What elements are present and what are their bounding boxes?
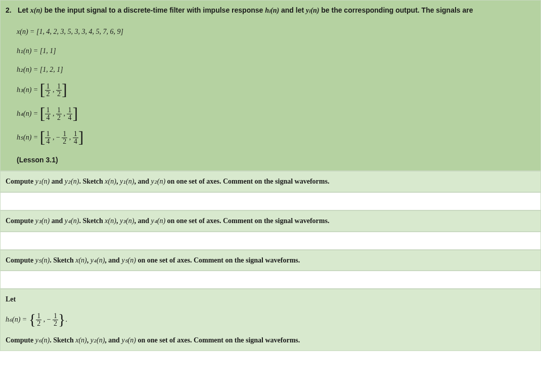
close-bracket-icon: ] xyxy=(62,80,67,99)
intro-text-3: and let xyxy=(279,6,306,14)
lesson-ref: (Lesson 3.1) xyxy=(17,154,535,166)
h4-frac-1: 14 xyxy=(45,107,51,121)
eq-h4: h₄(n) = [14 , 12 , 14] xyxy=(17,107,535,121)
eq-h2: h₂(n) = [1, 2, 1] xyxy=(17,64,535,76)
eq-h6: h₆(n) = {12 , − 12}. xyxy=(6,313,535,327)
task-row-d: Let h₆(n) = {12 , − 12}. Compute y₆(n). … xyxy=(0,289,541,351)
hin-symbol: hᵢ(n) xyxy=(265,7,279,14)
let-label: Let xyxy=(6,293,535,306)
h3-frac-2: 12 xyxy=(56,83,62,98)
eq-h1: h₁(n) = [1, 1] xyxy=(17,45,535,57)
h4-frac-2: 12 xyxy=(56,107,62,121)
answer-row-b[interactable] xyxy=(0,232,541,250)
open-bracket-icon: [ xyxy=(40,128,46,146)
open-bracket-icon: [ xyxy=(40,104,46,122)
h3-frac-1: 12 xyxy=(45,83,51,98)
open-bracket-icon: [ xyxy=(40,80,46,99)
eq-xn: x(n) = [1, 4, 2, 3, 5, 3, 3, 4, 5, 7, 6,… xyxy=(17,26,535,38)
close-bracket-icon: ] xyxy=(72,104,78,122)
h5-frac-3: 14 xyxy=(73,130,78,145)
intro-text-2: be the input signal to a discrete-time f… xyxy=(42,6,265,14)
h6-lhs: h₆(n) = xyxy=(6,316,29,323)
h6-frac-1: 12 xyxy=(36,313,41,327)
close-brace-icon: } xyxy=(58,311,65,327)
h3-lhs: h₃(n) = xyxy=(17,86,40,94)
task-row-a: Compute y₁(n) and y₂(n). Sketch x(n), y₁… xyxy=(0,171,541,192)
h6-frac-2: 12 xyxy=(53,313,58,327)
yin-symbol: yᵢ(n) xyxy=(306,7,319,14)
eq-h3: h₃(n) = [12 , 12] xyxy=(17,83,535,98)
h5-frac-1: 14 xyxy=(45,130,51,145)
xn-symbol: x(n) xyxy=(30,7,42,14)
task-row-c: Compute y₅(n). Sketch x(n), y₄(n), and y… xyxy=(0,250,541,271)
task-row-b: Compute y₃(n) and y₄(n). Sketch x(n), y₃… xyxy=(0,210,541,232)
intro-text-1: Let xyxy=(18,6,30,14)
answer-row-c[interactable] xyxy=(0,271,541,289)
h4-frac-3: 14 xyxy=(67,107,72,121)
problem-number: 2. xyxy=(6,5,16,17)
problem-header-cell: 2. Let x(n) be the input signal to a dis… xyxy=(0,0,541,171)
intro-text-4: be the corresponding output. The signals… xyxy=(319,6,473,14)
eq-h5: h₅(n) = [14 , − 12 , 14] xyxy=(17,130,535,145)
open-brace-icon: { xyxy=(29,311,36,327)
h5-frac-2: 12 xyxy=(62,130,67,145)
close-bracket-icon: ] xyxy=(78,128,84,146)
answer-row-a[interactable] xyxy=(0,192,541,210)
problem-intro: Let x(n) be the input signal to a discre… xyxy=(18,5,535,17)
h5-lhs: h₅(n) = xyxy=(17,134,40,141)
h4-lhs: h₄(n) = xyxy=(17,110,40,117)
